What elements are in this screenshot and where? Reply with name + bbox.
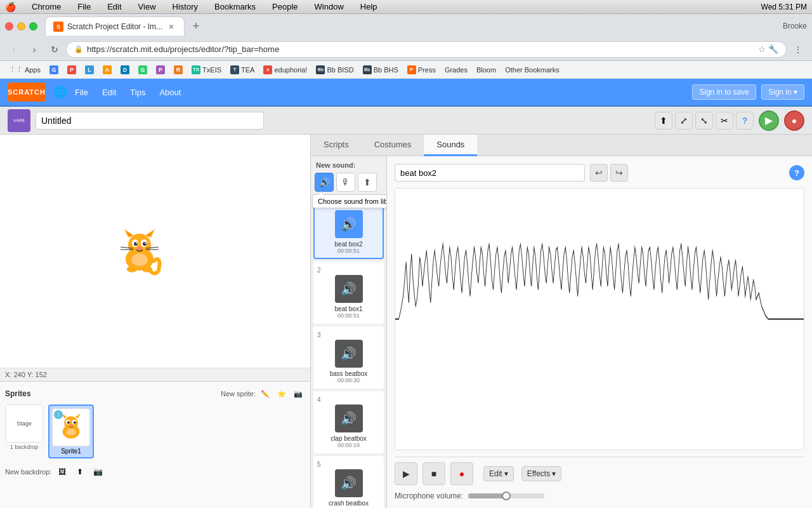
- volume-slider-thumb[interactable]: [502, 491, 511, 500]
- menu-people[interactable]: People: [269, 1, 301, 12]
- bookmark-edu[interactable]: e eduphoria!: [259, 64, 311, 76]
- bookmark-star-icon[interactable]: ☆: [758, 44, 766, 54]
- bookmark-g2[interactable]: G: [134, 64, 151, 76]
- record-button[interactable]: ●: [450, 462, 473, 485]
- sign-in-button[interactable]: Sign in ▾: [761, 84, 804, 100]
- help-circle-icon[interactable]: ?: [736, 112, 754, 130]
- stage-sprite-thumb[interactable]: Stage: [5, 404, 43, 443]
- sound-name-editor-input[interactable]: [395, 164, 585, 182]
- volume-slider-track[interactable]: [468, 493, 544, 498]
- tab-close-button[interactable]: ×: [166, 22, 176, 32]
- nav-about[interactable]: About: [153, 85, 187, 100]
- camera-backdrop-button[interactable]: 📷: [91, 465, 105, 479]
- bookmark-apps[interactable]: ⋮⋮ Apps: [5, 64, 44, 76]
- active-tab[interactable]: S Scratch Project Editor - Im... ×: [45, 17, 185, 36]
- new-sprite-button[interactable]: ⭐: [275, 387, 289, 401]
- nav-tips[interactable]: Tips: [124, 85, 152, 100]
- stage-y: Y: 152: [27, 371, 47, 378]
- paint-backdrop-button[interactable]: 🖼: [55, 465, 69, 479]
- scissors-icon[interactable]: ✂: [716, 112, 733, 130]
- upload-backdrop-button[interactable]: ⬆: [73, 465, 87, 479]
- effects-dropdown[interactable]: Effects ▾: [521, 466, 561, 481]
- bookmark-r-icon: R: [174, 65, 183, 74]
- bookmark-press[interactable]: P Press: [403, 64, 440, 76]
- back-button[interactable]: ‹: [5, 41, 23, 58]
- paint-sprite-button[interactable]: ✏️: [258, 387, 272, 401]
- bookmark-r[interactable]: R: [170, 64, 187, 76]
- bookmark-google[interactable]: G: [46, 64, 62, 76]
- undo-button[interactable]: ↩: [590, 164, 608, 182]
- sprite1-item[interactable]: i: [48, 404, 94, 458]
- address-text: https://scratch.mit.edu/projects/editor/…: [87, 44, 754, 54]
- play-button[interactable]: ▶: [395, 462, 417, 485]
- nav-edit[interactable]: Edit: [96, 85, 122, 100]
- menu-window[interactable]: Window: [311, 1, 347, 12]
- tab-sounds[interactable]: Sounds: [424, 135, 477, 156]
- bookmark-tx[interactable]: TX TxEIS: [188, 64, 225, 76]
- bookmark-d[interactable]: D: [117, 64, 133, 76]
- new-backdrop-label: New backdrop:: [5, 468, 51, 476]
- sprite-info-badge[interactable]: i: [54, 410, 63, 419]
- menu-file[interactable]: File: [74, 1, 94, 12]
- scratch-app: SCRATCH 🌐 File Edit Tips About Sign in t…: [0, 79, 812, 508]
- menu-history[interactable]: History: [169, 1, 201, 12]
- project-name-input[interactable]: [36, 112, 264, 130]
- stop-playback-button[interactable]: ■: [422, 462, 445, 485]
- sign-in-save-button[interactable]: Sign in to save: [692, 84, 756, 100]
- bookmark-g2-icon: G: [138, 65, 147, 74]
- maximize-window-button[interactable]: [29, 22, 37, 30]
- bookmark-tea[interactable]: T TEA: [226, 64, 258, 76]
- record-sound-button[interactable]: 🎙: [336, 173, 355, 192]
- menu-help[interactable]: Help: [357, 1, 381, 12]
- effects-edit-row: Edit ▾ Effects ▾: [483, 466, 561, 481]
- bookmark-p[interactable]: P: [63, 64, 80, 76]
- upload-icon[interactable]: ⬆: [655, 112, 672, 130]
- menu-chrome[interactable]: Chrome: [29, 1, 64, 12]
- nav-file[interactable]: File: [69, 85, 95, 100]
- green-flag-button[interactable]: ▶: [759, 110, 779, 131]
- redo-button[interactable]: ↪: [610, 164, 628, 182]
- bookmark-amazon[interactable]: A: [99, 64, 115, 76]
- tab-costumes[interactable]: Costumes: [362, 135, 424, 156]
- sound-item-3[interactable]: 3 🔊 bass beatbox 00:00:30: [313, 326, 384, 389]
- bookmark-grades[interactable]: Grades: [441, 64, 471, 76]
- forward-button[interactable]: ›: [25, 41, 43, 58]
- tab-scripts[interactable]: Scripts: [311, 135, 362, 156]
- project-row: v448 ⬆ ⤢ ⤡ ✂ ? ▶ ●: [0, 107, 812, 135]
- bookmark-apps-label: Apps: [25, 66, 41, 74]
- stop-button[interactable]: ●: [784, 110, 804, 131]
- resize-icon[interactable]: ⤡: [695, 112, 713, 130]
- apple-menu[interactable]: 🍎: [5, 2, 16, 12]
- bookmark-other[interactable]: Other Bookmarks: [501, 64, 563, 76]
- menu-view[interactable]: View: [135, 1, 159, 12]
- sound-item-1[interactable]: 1 🔊 beat box2 00:00:51: [313, 197, 384, 259]
- close-window-button[interactable]: [5, 22, 13, 30]
- sound-item-2[interactable]: 2 🔊 beat box1 00:00:51: [313, 262, 384, 324]
- new-tab-button[interactable]: +: [187, 17, 205, 35]
- bookmark-l[interactable]: L: [81, 64, 98, 76]
- nav-globe-icon[interactable]: 🌐: [53, 85, 67, 100]
- menu-bookmarks[interactable]: Bookmarks: [211, 1, 259, 12]
- scratch-logo[interactable]: SCRATCH: [8, 83, 46, 102]
- sound-item-4[interactable]: 4 🔊 clap beatbox 00:00:19: [313, 391, 384, 453]
- workspace: X: 240 Y: 152 Sprites New sprite: ✏️ ⭐ 📷: [0, 135, 812, 508]
- bookmark-p2[interactable]: P: [152, 64, 169, 76]
- menu-edit[interactable]: Edit: [104, 1, 124, 12]
- bookmark-bloom[interactable]: Bloom: [473, 64, 500, 76]
- fullscreen-icon[interactable]: ⤢: [675, 112, 693, 130]
- chrome-settings-button[interactable]: ⋮: [789, 41, 807, 58]
- sprites-title: Sprites: [5, 389, 31, 398]
- edit-dropdown[interactable]: Edit ▾: [483, 466, 514, 481]
- camera-sprite-button[interactable]: 📷: [291, 387, 305, 401]
- sound-help-button[interactable]: ?: [789, 165, 804, 180]
- upload-sound-button[interactable]: ⬆: [358, 173, 377, 192]
- effects-dropdown-label: Effects: [527, 469, 550, 478]
- extension-icon[interactable]: 🔧: [768, 44, 778, 54]
- bookmark-bb-bhs[interactable]: Bb Bb BHS: [359, 64, 402, 76]
- address-input[interactable]: 🔒 https://scratch.mit.edu/projects/edito…: [66, 41, 787, 58]
- reload-button[interactable]: ↻: [46, 41, 63, 58]
- minimize-window-button[interactable]: [17, 22, 25, 30]
- bookmark-bb-bisd[interactable]: Bb Bb BISD: [312, 64, 357, 76]
- sound-item-5[interactable]: 5 🔊 crash beatbox 00:01:21: [313, 456, 384, 508]
- choose-sound-library-button[interactable]: 🔊: [315, 173, 334, 192]
